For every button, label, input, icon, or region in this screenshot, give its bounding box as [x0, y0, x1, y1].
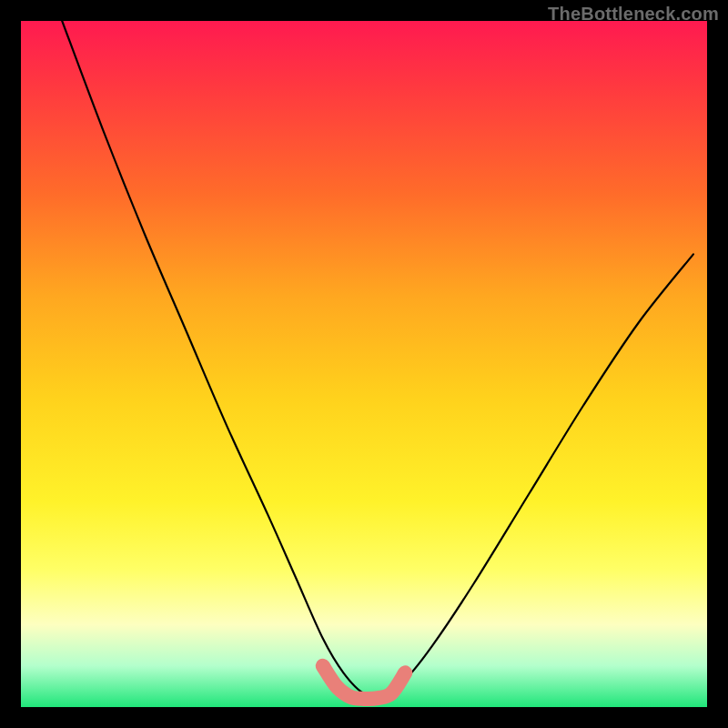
- chart-svg: [21, 21, 707, 707]
- chart-frame: TheBottleneck.com: [0, 0, 728, 728]
- optimal-zone: [323, 666, 405, 699]
- bottleneck-curve: [62, 21, 693, 695]
- plot-area: [21, 21, 707, 707]
- watermark-text: TheBottleneck.com: [548, 4, 719, 25]
